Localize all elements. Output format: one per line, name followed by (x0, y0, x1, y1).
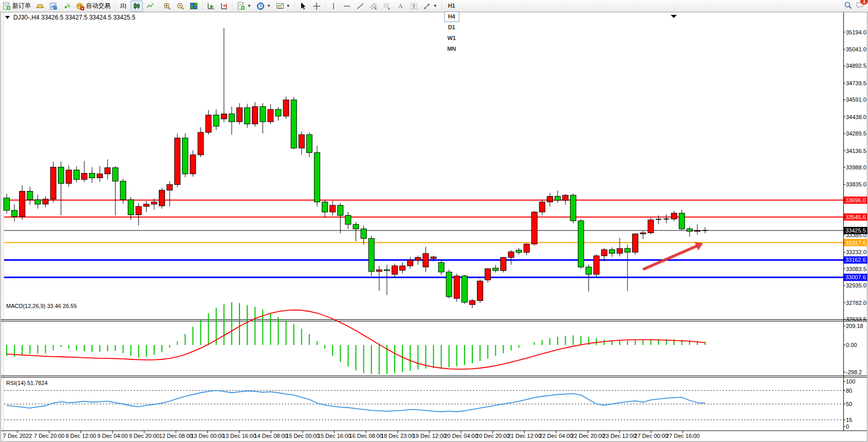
svg-text:7 Dec 2022: 7 Dec 2022 (3, 433, 32, 439)
svg-text:15: 15 (846, 417, 852, 423)
gold-button[interactable] (34, 1, 46, 12)
text-icon: A (396, 2, 404, 10)
vertical-line-button[interactable] (327, 1, 340, 12)
rsi-label: RSI(14) 51.7824 (6, 380, 48, 386)
svg-text:34892.5: 34892.5 (846, 63, 866, 69)
svg-text:DJ30-,H4 33426.5 33427.5 3342: DJ30-,H4 33426.5 33427.5 33424.5 33425.5 (13, 14, 136, 21)
text-button[interactable]: A (394, 1, 407, 12)
svg-text:9 Dec 20:00: 9 Dec 20:00 (129, 433, 159, 439)
candlestick-type-button[interactable] (131, 1, 143, 12)
svg-text:13 Dec 00:00: 13 Dec 00:00 (191, 433, 224, 439)
chevron-down-icon: ▼ (286, 4, 290, 8)
auto-scroll-button[interactable] (205, 1, 217, 12)
templates-button[interactable]: ▼ (274, 1, 292, 12)
new-order-button[interactable]: 新订单 (1, 1, 33, 12)
crosshair-button[interactable] (310, 1, 323, 12)
svg-text:27 Dec 00:00: 27 Dec 00:00 (634, 433, 668, 439)
chart-title: DJ30-,H4 33426.5 33427.5 33424.5 33425.5 (5, 14, 136, 21)
svg-text:0.00: 0.00 (846, 342, 857, 348)
separator (115, 2, 115, 11)
new-order-icon (3, 2, 11, 10)
tile-windows-icon (190, 2, 198, 10)
svg-text:9 Dec 04:00: 9 Dec 04:00 (97, 433, 127, 439)
search-icon[interactable] (843, 1, 853, 11)
svg-text:15 Dec 16:00: 15 Dec 16:00 (318, 433, 351, 439)
svg-text:34739.5: 34739.5 (846, 80, 866, 86)
arrows-icon (423, 2, 431, 10)
gold-ingot-icon (36, 2, 44, 10)
cursor-button[interactable] (297, 1, 309, 12)
zoom-in-button[interactable] (161, 1, 173, 12)
svg-text:33162.6: 33162.6 (845, 257, 866, 263)
zoom-in-icon (163, 2, 171, 10)
vertical-line-icon (329, 2, 338, 10)
svg-text:32633.5: 32633.5 (846, 316, 866, 322)
candlestick-icon (133, 2, 141, 10)
arrows-button[interactable]: ▼ (421, 1, 439, 12)
chart-canvas[interactable]: DJ30-,H4 33426.5 33427.5 33424.5 33425.5… (0, 0, 868, 442)
svg-text:33545.6: 33545.6 (845, 214, 866, 220)
horizontal-line-button[interactable] (341, 1, 353, 12)
cursor-icon (299, 2, 307, 10)
notifications-button[interactable]: 1 (856, 1, 865, 11)
autotrading-button[interactable]: 自动交易 (74, 1, 113, 12)
svg-text:7 Dec 20:00: 7 Dec 20:00 (34, 433, 64, 439)
signal-icon (63, 2, 71, 10)
tile-windows-button[interactable] (188, 1, 200, 12)
line-chart-icon (146, 2, 154, 10)
zoom-out-icon (176, 2, 184, 10)
svg-text:33696.0: 33696.0 (845, 197, 866, 203)
separator (232, 2, 233, 11)
line-chart-type-button[interactable] (144, 1, 156, 12)
fibonacci-icon: F (383, 2, 391, 10)
separator (158, 2, 159, 11)
svg-text:20 Dec 04:00: 20 Dec 04:00 (444, 433, 477, 439)
periods-button[interactable]: ▼ (254, 1, 273, 12)
svg-text:33007.6: 33007.6 (845, 274, 866, 280)
equidistant-channel-button[interactable]: E (367, 1, 380, 12)
channel-icon: E (370, 2, 378, 10)
svg-text:-298.2: -298.2 (846, 369, 862, 375)
mt4-window: { "toolbar": { "new_order_label": "新订单",… (0, 0, 868, 442)
svg-text:34591.0: 34591.0 (846, 97, 866, 103)
svg-text:F: F (388, 7, 390, 10)
svg-text:A: A (398, 3, 403, 10)
trendline-button[interactable] (354, 1, 366, 12)
timeframe-w1[interactable]: W1 (444, 33, 459, 44)
svg-text:32935.0: 32935.0 (846, 282, 866, 289)
market-watch-button[interactable] (47, 1, 60, 12)
svg-text:209.18: 209.18 (846, 323, 863, 329)
horizontal-line-icon (343, 2, 351, 10)
svg-text:0: 0 (846, 424, 849, 430)
zoom-out-button[interactable] (174, 1, 187, 12)
timeframe-d1[interactable]: D1 (444, 22, 459, 33)
svg-text:35194.0: 35194.0 (846, 29, 866, 35)
toolbar-right: 1 (843, 1, 865, 11)
svg-text:34438.0: 34438.0 (846, 114, 866, 120)
chevron-down-icon: ▼ (267, 4, 271, 8)
template-icon (276, 2, 284, 10)
svg-text:80: 80 (846, 388, 852, 394)
timeframe-mn[interactable]: MN (444, 44, 459, 54)
signal-button[interactable] (61, 1, 73, 12)
text-label-button[interactable]: T (408, 1, 420, 12)
svg-text:E: E (375, 7, 377, 10)
svg-text:33988.0: 33988.0 (846, 164, 866, 170)
clock-icon (256, 2, 265, 10)
timeframe-h4[interactable]: H4 (444, 11, 459, 22)
autotrading-icon (76, 2, 84, 10)
indicators-button[interactable]: ▼ (235, 1, 253, 12)
bar-chart-icon (119, 2, 127, 10)
svg-text:33232.0: 33232.0 (846, 249, 866, 255)
new-order-label: 新订单 (12, 2, 31, 10)
autotrading-label: 自动交易 (86, 2, 110, 10)
fibonacci-button[interactable]: F (381, 1, 393, 12)
separator (441, 2, 442, 11)
chart-shift-button[interactable] (218, 1, 230, 12)
macd-label: MACD(12,26,9) 33.46 26.55 (6, 303, 77, 309)
svg-text:15 Dec 00:00: 15 Dec 00:00 (286, 433, 319, 439)
svg-text:21 Dec 12:00: 21 Dec 12:00 (508, 433, 541, 439)
svg-text:33317.6: 33317.6 (845, 240, 866, 246)
timeframe-h1[interactable]: H1 (444, 1, 459, 11)
bar-chart-type-button[interactable] (117, 1, 130, 12)
